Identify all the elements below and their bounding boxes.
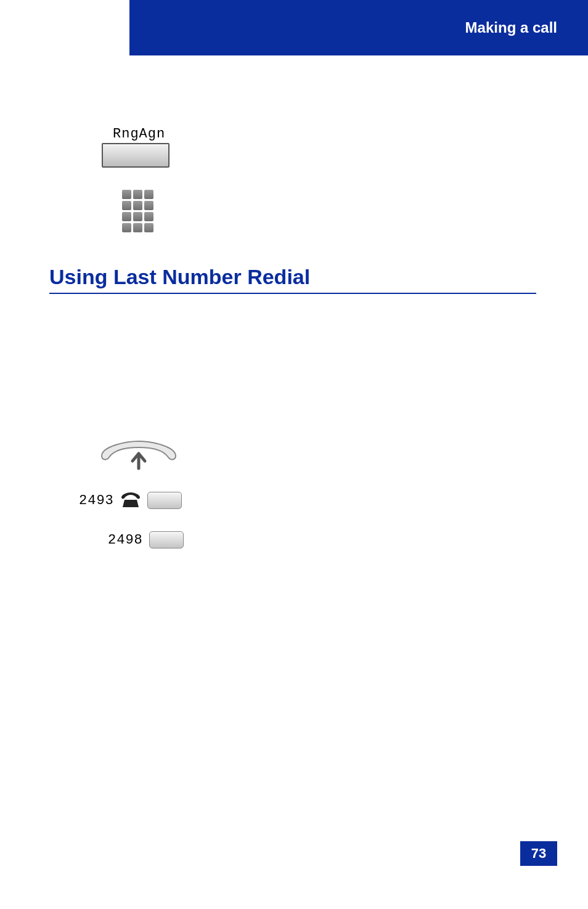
lift-handset-icon — [96, 439, 182, 473]
section-heading-text: Using Last Number Redial — [49, 265, 310, 288]
phone-icon — [120, 492, 141, 508]
dialpad-icon — [122, 190, 153, 232]
extension-label-2: 2498 — [108, 532, 143, 548]
line-key-row-1: 2493 — [79, 492, 182, 509]
extension-label-1: 2493 — [79, 493, 114, 508]
section-heading: Using Last Number Redial — [49, 265, 536, 294]
page-header-title: Making a call — [465, 19, 557, 36]
page-number: 73 — [531, 846, 546, 862]
line-key-row-2: 2498 — [108, 531, 184, 548]
softkey-label: RngAgn — [113, 126, 165, 142]
line-key-1 — [147, 492, 182, 509]
softkey-button — [102, 143, 169, 168]
manual-page: Making a call RngAgn Using Last Number R… — [0, 0, 588, 909]
line-key-2 — [149, 531, 184, 548]
page-number-box: 73 — [520, 841, 557, 866]
page-header-bar: Making a call — [129, 0, 588, 55]
